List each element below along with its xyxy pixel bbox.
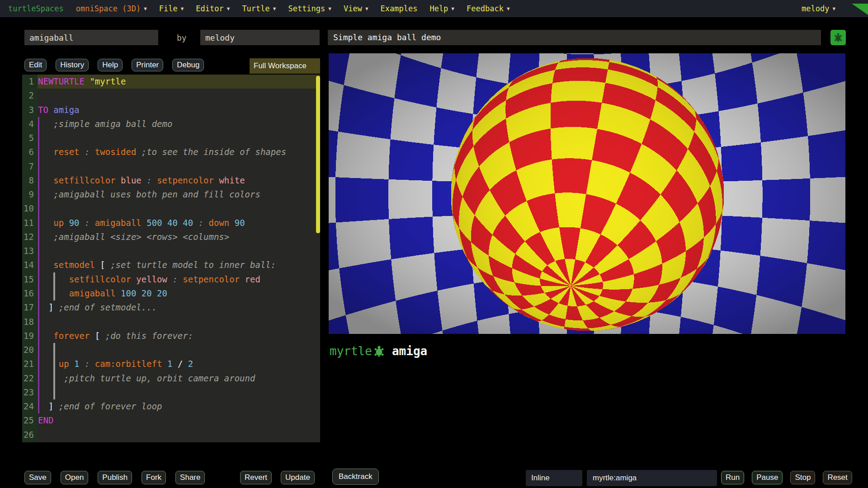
line-number: 22 [22, 371, 38, 385]
code-token-num: 1 [69, 359, 80, 369]
code-line: 10 [22, 202, 320, 216]
run-button[interactable]: Run [721, 471, 744, 484]
menu-help[interactable]: Help▼ [429, 4, 454, 13]
inline-mode-select[interactable]: Inline [526, 470, 582, 486]
code-line: 3TO amiga [22, 103, 320, 117]
stop-button[interactable]: Stop [790, 471, 815, 484]
code-line: 18 [22, 315, 320, 329]
code-line: 19 forever [ ;do this forever: [22, 329, 320, 343]
fork-button[interactable]: Fork [142, 471, 166, 484]
tab-help[interactable]: Help [98, 59, 123, 71]
line-number: 12 [22, 230, 38, 244]
code-token-com: ;to see the inside of shapes [136, 147, 286, 157]
turtle-indicator-button[interactable] [830, 30, 846, 45]
save-button[interactable]: Save [24, 471, 51, 484]
command-input[interactable] [587, 470, 717, 486]
code-line: 9 ;amigaball uses both pen and fill colo… [22, 188, 320, 202]
project-name-input[interactable] [24, 30, 158, 45]
code-token-num: 2 [183, 359, 193, 369]
line-number: 13 [22, 244, 38, 258]
menu-view[interactable]: View▼ [344, 4, 368, 13]
code-token-pun: ] [38, 401, 53, 411]
line-number: 20 [22, 343, 38, 357]
pause-button[interactable]: Pause [752, 471, 783, 484]
code-editor[interactable]: 1NEWTURTLE "myrtle23TO amiga4 ;simple am… [22, 75, 320, 442]
code-token-cmd: setfillcolor [38, 175, 116, 185]
open-button[interactable]: Open [61, 471, 89, 484]
app-root: turtleSpaces omniSpace (3D) ▼ File▼Edito… [0, 0, 868, 488]
chevron-down-icon: ▼ [451, 6, 454, 11]
project-author-input[interactable] [200, 30, 320, 45]
code-token-sep: : [80, 218, 95, 228]
line-number: 11 [22, 216, 38, 230]
brand-logo: turtleSpaces [8, 4, 64, 13]
line-number: 1 [22, 75, 38, 89]
console-turtle-name: myrtle [330, 344, 372, 358]
code-line: 16 amigaball 100 20 20 [22, 286, 320, 300]
graphics-canvas[interactable] [329, 53, 845, 334]
code-token-pun: / [172, 359, 183, 369]
menu-label: Settings [288, 4, 325, 13]
chevron-down-icon: ▼ [832, 6, 835, 11]
code-token-com: ;set turtle model to inner ball: [105, 260, 276, 270]
run-button-group: RunPauseStopReset [721, 471, 852, 484]
code-token-cmd: forever [38, 331, 90, 341]
file-button-group: SaveOpenPublishForkShare [24, 471, 205, 484]
code-token-cmd: up [38, 218, 64, 228]
code-token-cmd: twosided [95, 147, 137, 157]
revert-button[interactable]: Revert [240, 471, 272, 484]
workspace-menu-label: omniSpace (3D) [76, 4, 141, 13]
code-token-sep: : [193, 218, 208, 228]
reset-button[interactable]: Reset [823, 471, 852, 484]
console-output-line: myrtle amiga [330, 344, 427, 358]
code-token-com: ;pitch turtle up, orbit camera around [38, 373, 255, 383]
menu-feedback[interactable]: Feedback▼ [467, 4, 510, 13]
code-line: 13 [22, 244, 320, 258]
code-token-num: 500 40 40 [142, 218, 193, 228]
code-token-com: ;simple amiga ball demo [38, 119, 172, 129]
code-token-kw: TO [38, 105, 48, 115]
code-token-kw: END [38, 415, 53, 425]
editor-tab-bar: EditHistoryHelpPrinterDebug [24, 59, 204, 71]
code-line: 1NEWTURTLE "myrtle [22, 75, 320, 89]
tab-debug[interactable]: Debug [172, 59, 204, 71]
code-line: 24 ] ;end of forever loop [22, 399, 320, 413]
update-button[interactable]: Update [281, 471, 315, 484]
edit-button-group: RevertUpdate [240, 471, 315, 484]
code-token-cmd: amigaball [38, 288, 116, 298]
menu-editor[interactable]: Editor▼ [196, 4, 230, 13]
publish-button[interactable]: Publish [98, 471, 132, 484]
line-number: 4 [22, 117, 38, 131]
line-number: 10 [22, 202, 38, 216]
editor-scrollbar-thumb[interactable] [316, 76, 320, 233]
line-number: 7 [22, 160, 38, 174]
code-token-num: 90 [64, 218, 79, 228]
code-token-pln [48, 105, 53, 115]
viewer-title: Simple amiga ball demo [328, 30, 821, 45]
menu-examples[interactable]: Examples [381, 4, 418, 13]
code-token-colr: blue [116, 175, 142, 185]
code-line: 25END [22, 413, 320, 427]
code-token-proc: amiga [53, 105, 79, 115]
workspace-menu[interactable]: omniSpace (3D) ▼ [76, 4, 147, 13]
menu-turtle[interactable]: Turtle▼ [242, 4, 276, 13]
backtrack-button[interactable]: Backtrack [332, 469, 379, 485]
code-token-sep: : [142, 175, 157, 185]
line-number: 15 [22, 272, 38, 286]
full-workspace-tab[interactable]: Full Workspace [250, 58, 320, 74]
tab-printer[interactable]: Printer [132, 59, 163, 71]
chevron-down-icon: ▼ [365, 6, 368, 11]
code-line: 2 [22, 89, 320, 103]
line-number: 23 [22, 385, 38, 399]
menu-settings[interactable]: Settings▼ [288, 4, 331, 13]
menu-label: File [159, 4, 178, 13]
tab-history[interactable]: History [56, 59, 89, 71]
code-token-cmd: setpencolor [183, 274, 240, 284]
share-button[interactable]: Share [175, 471, 205, 484]
code-line: 21 up 1 : cam:orbitleft 1 / 2 [22, 357, 320, 371]
tab-edit[interactable]: Edit [24, 59, 47, 71]
user-menu[interactable]: melody ▼ [802, 4, 835, 13]
menu-file[interactable]: File▼ [159, 4, 184, 13]
chevron-down-icon: ▼ [144, 6, 147, 11]
menu-label: View [344, 4, 362, 13]
